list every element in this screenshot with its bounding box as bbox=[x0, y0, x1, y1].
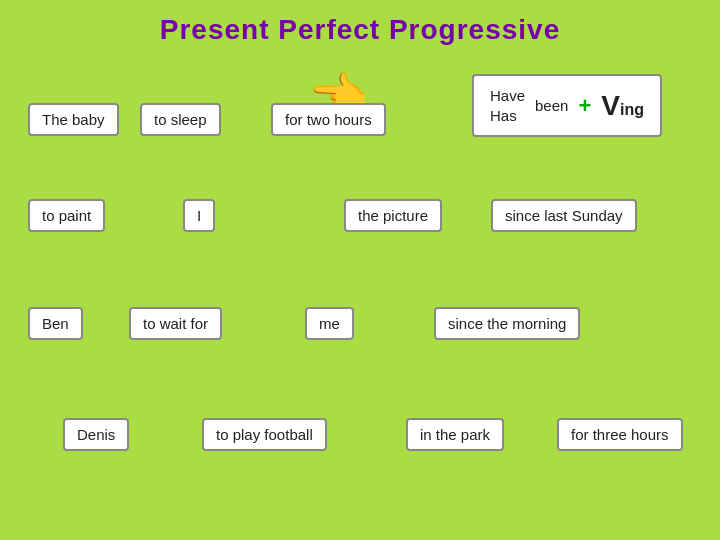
card-to-wait-for[interactable]: to wait for bbox=[129, 307, 222, 340]
card-me[interactable]: me bbox=[305, 307, 354, 340]
ving-text: Ving bbox=[601, 90, 644, 122]
card-for-three-hours[interactable]: for three hours bbox=[557, 418, 683, 451]
plus-icon: + bbox=[578, 93, 591, 119]
formula-box: Have Has been + Ving bbox=[472, 74, 662, 137]
card-in-the-park[interactable]: in the park bbox=[406, 418, 504, 451]
card-the-baby[interactable]: The baby bbox=[28, 103, 119, 136]
card-to-sleep[interactable]: to sleep bbox=[140, 103, 221, 136]
card-to-play-football[interactable]: to play football bbox=[202, 418, 327, 451]
page-title: Present Perfect Progressive bbox=[0, 0, 720, 46]
card-for-two-hours[interactable]: for two hours bbox=[271, 103, 386, 136]
card-the-picture[interactable]: the picture bbox=[344, 199, 442, 232]
card-i-pronoun[interactable]: I bbox=[183, 199, 215, 232]
card-ben[interactable]: Ben bbox=[28, 307, 83, 340]
card-since-the-morning[interactable]: since the morning bbox=[434, 307, 580, 340]
have-has-text: Have Has bbox=[490, 86, 525, 125]
card-to-paint[interactable]: to paint bbox=[28, 199, 105, 232]
card-denis[interactable]: Denis bbox=[63, 418, 129, 451]
been-text: been bbox=[535, 97, 568, 114]
card-since-last-sunday[interactable]: since last Sunday bbox=[491, 199, 637, 232]
